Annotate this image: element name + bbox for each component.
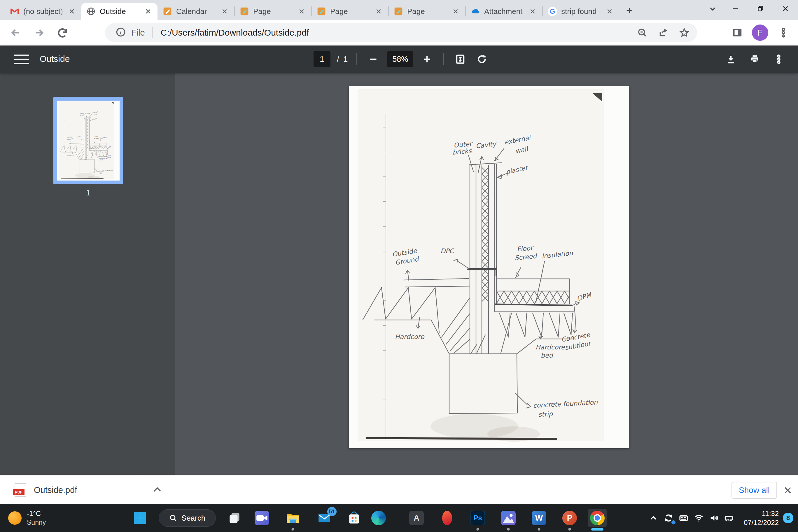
edge-browser-button[interactable] — [369, 509, 388, 527]
weather-widget[interactable]: -1°C Sunny — [8, 504, 46, 532]
tab-outside-active[interactable]: Outside — [81, 3, 157, 20]
tab-no-subject[interactable]: (no subject) — [5, 3, 81, 20]
tray-battery-warning-icon[interactable] — [722, 510, 737, 526]
download-options-chevron-icon[interactable] — [153, 487, 162, 494]
powerpoint-button[interactable]: P — [560, 509, 579, 527]
photoshop-button[interactable]: Ps — [469, 509, 487, 527]
tab-close-icon[interactable] — [604, 6, 615, 17]
zoom-indicator-icon[interactable] — [634, 24, 650, 41]
fit-to-page-button[interactable] — [453, 52, 468, 67]
url-text[interactable]: C:/Users/fatim/Downloads/Outside.pdf — [161, 28, 634, 38]
globe-icon — [86, 7, 96, 16]
pdf-file-icon: PDF — [15, 483, 26, 497]
url-divider — [152, 27, 153, 38]
word-button[interactable]: W — [530, 509, 548, 527]
tab-label: (no subject) — [23, 7, 66, 16]
maximize-restore-button[interactable] — [748, 0, 773, 18]
taskbar-clock[interactable]: 11:32 07/12/2022 — [744, 509, 779, 527]
tab-close-icon[interactable] — [450, 6, 461, 17]
notification-count-badge[interactable]: 8 — [783, 513, 793, 523]
tab-close-icon[interactable] — [143, 6, 153, 17]
tab-strip-foundation-search[interactable]: G strip found — [543, 3, 619, 20]
browser-menu-icon[interactable] — [775, 24, 792, 41]
tab-close-icon[interactable] — [296, 6, 307, 17]
tab-page-2[interactable]: Page — [311, 3, 388, 20]
tab-page-1[interactable]: Page — [234, 3, 311, 20]
zoom-in-button[interactable] — [419, 52, 435, 67]
microsoft-store-button[interactable] — [345, 509, 363, 527]
tray-sync-update-icon[interactable] — [661, 510, 676, 526]
pdf-viewer-area: 1 — [0, 73, 798, 475]
tab-page-3[interactable]: Page — [388, 3, 465, 20]
download-button[interactable] — [723, 52, 739, 67]
zoom-level-input[interactable]: 58% — [387, 51, 413, 67]
close-download-bar-icon[interactable] — [781, 483, 795, 497]
tab-calendar[interactable]: Calendar — [157, 3, 234, 20]
page-thumbnail[interactable] — [53, 97, 123, 184]
forward-button[interactable] — [32, 25, 47, 40]
photos-app-button[interactable] — [499, 509, 518, 527]
google-icon: G — [548, 7, 557, 16]
mail-button[interactable]: 51 — [315, 509, 334, 527]
red-app-button[interactable] — [438, 509, 456, 527]
side-panel-icon[interactable] — [728, 24, 746, 41]
thumbnail-sidebar: 1 — [0, 73, 175, 475]
close-window-button[interactable] — [773, 0, 798, 18]
avatar-letter: F — [758, 28, 763, 38]
show-all-downloads-button[interactable]: Show all — [732, 482, 777, 499]
thumbnail-page-number: 1 — [53, 188, 123, 197]
search-button[interactable]: Search — [159, 509, 216, 527]
sunny-weather-icon — [8, 511, 22, 525]
letter-a-glyph: A — [414, 514, 419, 522]
tab-close-icon[interactable] — [527, 6, 538, 17]
bookmark-star-icon[interactable] — [676, 24, 692, 41]
zoom-out-button[interactable] — [366, 52, 381, 67]
pdf-menu-icon[interactable] — [14, 52, 29, 67]
file-scheme-label: File — [131, 28, 145, 38]
onenote-pencil-icon — [317, 7, 326, 16]
browser-toolbar: File C:/Users/fatim/Downloads/Outside.pd… — [0, 20, 798, 45]
rotate-button[interactable] — [474, 52, 489, 67]
mail-unread-badge: 51 — [327, 507, 337, 516]
letter-a-app-button[interactable]: A — [407, 509, 426, 527]
reload-button[interactable] — [55, 25, 70, 40]
print-button[interactable] — [747, 52, 762, 67]
share-icon[interactable] — [655, 24, 671, 41]
teams-chat-button[interactable] — [252, 509, 271, 527]
page-of-separator: / — [337, 55, 339, 64]
address-bar[interactable]: File C:/Users/fatim/Downloads/Outside.pd… — [105, 23, 697, 42]
profile-avatar[interactable]: F — [752, 24, 768, 41]
downloaded-file-chip[interactable]: PDF Outside.pdf — [10, 478, 166, 502]
tray-volume-icon[interactable] — [706, 510, 722, 526]
tray-show-hidden-icons-chevron[interactable] — [646, 510, 661, 526]
photoshop-ps-glyph: Ps — [473, 514, 482, 522]
powerpoint-p-glyph: P — [567, 513, 572, 522]
new-tab-button[interactable] — [621, 2, 638, 19]
chrome-button-active[interactable] — [588, 509, 607, 527]
start-button[interactable] — [131, 509, 149, 527]
onedrive-icon — [471, 7, 480, 16]
tab-attachment[interactable]: Attachment — [466, 3, 542, 20]
page-number-input[interactable]: 1 — [314, 51, 330, 67]
tab-close-icon[interactable] — [373, 6, 384, 17]
clock-date: 07/12/2022 — [744, 518, 779, 527]
tab-close-icon[interactable] — [66, 6, 77, 17]
tab-label: Calendar — [176, 7, 219, 16]
task-view-button[interactable] — [225, 509, 244, 527]
windows-taskbar: -1°C Sunny Search 51 — [0, 504, 798, 532]
pdf-more-menu-icon[interactable] — [771, 52, 786, 67]
weather-condition: Sunny — [27, 518, 46, 527]
tray-touch-keyboard-icon[interactable] — [676, 510, 691, 526]
minimize-button[interactable] — [723, 0, 748, 18]
back-button[interactable] — [8, 25, 23, 40]
tab-strip: (no subject) Outside Calendar — [0, 0, 798, 20]
desktop-screen: Outer bricks Cavity external wall plaste… — [0, 0, 798, 532]
tab-close-icon[interactable] — [219, 6, 230, 17]
tray-wifi-icon[interactable] — [691, 510, 706, 526]
tab-search-chevron-icon[interactable] — [702, 0, 723, 18]
thumbnail-image — [57, 101, 119, 180]
file-explorer-button[interactable] — [284, 509, 302, 527]
tab-label: strip found — [561, 7, 604, 16]
page-info-icon[interactable] — [115, 27, 126, 38]
weather-temperature: -1°C — [27, 509, 46, 518]
